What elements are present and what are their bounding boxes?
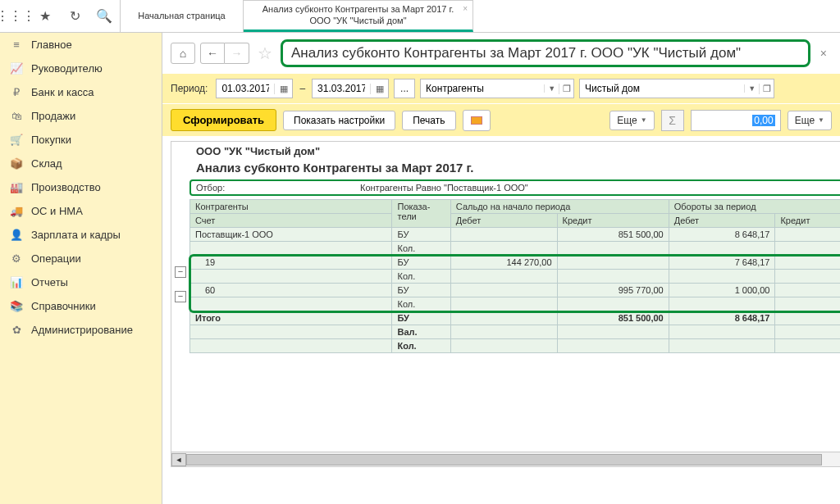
subkonto-combo[interactable]: ▼ ❐ <box>420 79 574 98</box>
table-row[interactable]: Кол. <box>190 270 841 284</box>
page-title: Анализ субконто Контрагенты за Март 2017… <box>281 39 810 67</box>
report-title: Анализ субконто Контрагенты за Март 2017… <box>171 161 840 179</box>
settings-button[interactable]: Показать настройки <box>283 111 395 130</box>
calendar-icon[interactable]: ▦ <box>274 84 292 94</box>
sidebar-item-label: Операции <box>31 252 81 265</box>
sum-field[interactable]: 0,00 <box>691 110 781 131</box>
open-icon[interactable]: ❐ <box>759 84 774 94</box>
close-icon[interactable]: × <box>815 47 832 60</box>
open-icon[interactable]: ❐ <box>559 84 573 94</box>
cell <box>190 242 392 256</box>
back-button[interactable]: ← <box>200 43 225 64</box>
report-area[interactable]: ООО "УК "Чистый дом" Анализ субконто Кон… <box>162 136 840 504</box>
filter-value: Контрагенты Равно "Поставщик-1 ООО" <box>360 183 528 193</box>
print-button[interactable]: Печать <box>402 111 455 130</box>
table-row[interactable]: 60 БУ 995 770,00 1 000,00 50 500,00 <box>190 284 841 297</box>
apps-icon[interactable]: ⋮⋮⋮ <box>8 9 23 24</box>
sidebar-item-warehouse[interactable]: 📦Склад <box>0 152 162 175</box>
form-button[interactable]: Сформировать <box>171 109 276 131</box>
cell: 53 288,17 <box>775 311 840 325</box>
sidebar-item-main[interactable]: ≡Главное <box>0 33 162 57</box>
sidebar-item-admin[interactable]: ✿Администрирование <box>0 318 162 342</box>
cell-ind: Кол. <box>392 270 450 284</box>
cell <box>450 339 557 353</box>
total-row[interactable]: Итого БУ 851 500,00 8 648,17 53 288,17 <box>190 311 841 325</box>
sidebar-item-sales[interactable]: 🛍Продажи <box>0 104 162 128</box>
collapse-button[interactable]: − <box>175 291 186 302</box>
cell: 2 788,17 <box>775 256 840 270</box>
cell: 851 500,00 <box>557 228 669 242</box>
col-contragent: Контрагенты <box>190 200 392 214</box>
sidebar-item-bank[interactable]: ₽Банк и касса <box>0 80 162 104</box>
home-button[interactable]: ⌂ <box>171 43 195 64</box>
scroll-left-icon[interactable]: ◄ <box>171 453 186 466</box>
favorite-icon[interactable]: ☆ <box>254 43 276 63</box>
cell <box>450 270 557 284</box>
cell: 851 500,00 <box>557 311 669 325</box>
star-icon[interactable]: ★ <box>38 9 52 24</box>
sidebar-item-production[interactable]: 🏭Производство <box>0 175 162 199</box>
sidebar-item-catalogs[interactable]: 📚Справочники <box>0 294 162 318</box>
total-row[interactable]: Вал. <box>190 325 841 339</box>
sidebar: ≡Главное 📈Руководителю ₽Банк и касса 🛍Пр… <box>0 33 162 504</box>
sidebar-item-label: Руководителю <box>31 62 103 75</box>
date-from-input[interactable]: ▦ <box>216 79 293 98</box>
col-credit: Кредит <box>775 214 840 228</box>
collapse-button[interactable]: − <box>175 266 186 278</box>
period-select-button[interactable]: ... <box>394 79 415 98</box>
scroll-track[interactable] <box>186 453 840 466</box>
cell <box>190 339 392 353</box>
cell: 8 648,17 <box>669 311 775 325</box>
sidebar-item-assets[interactable]: 🚚ОС и НМА <box>0 199 162 223</box>
chevron-down-icon[interactable]: ▼ <box>744 84 759 93</box>
cell <box>450 242 557 256</box>
calendar-icon[interactable]: ▦ <box>370 84 388 94</box>
cell <box>775 270 840 284</box>
table-row[interactable]: Кол. <box>190 242 841 256</box>
history-icon[interactable]: ↻ <box>67 9 82 24</box>
subkonto-field[interactable] <box>421 79 544 98</box>
forward-button[interactable]: → <box>225 43 249 64</box>
table-row[interactable]: Поставщик-1 ООО БУ 851 500,00 8 648,17 5… <box>190 228 841 242</box>
col-credit: Кредит <box>557 214 669 228</box>
sidebar-item-manager[interactable]: 📈Руководителю <box>0 57 162 80</box>
mail-button[interactable] <box>463 110 491 131</box>
menu-icon: ≡ <box>10 39 23 51</box>
cell-ind: Вал. <box>392 325 450 339</box>
col-debit: Дебет <box>450 214 557 228</box>
date-to-input[interactable]: ▦ <box>312 79 389 98</box>
books-icon: 📚 <box>10 300 23 312</box>
cell <box>775 242 840 256</box>
sidebar-item-purchases[interactable]: 🛒Покупки <box>0 128 162 152</box>
nav-row: ⌂ ← → ☆ Анализ субконто Контрагенты за М… <box>162 33 840 74</box>
more-button-1[interactable]: Еще▼ <box>609 111 654 130</box>
search-icon[interactable]: 🔍 <box>97 9 112 24</box>
close-icon[interactable]: × <box>463 4 468 13</box>
table-row[interactable]: Кол. <box>190 297 841 311</box>
scroll-thumb[interactable] <box>186 454 822 465</box>
sidebar-item-label: Администрирование <box>31 324 133 336</box>
more-button-2[interactable]: Еще▼ <box>788 111 832 130</box>
horizontal-scrollbar[interactable]: ◄ ► <box>171 452 840 466</box>
sidebar-item-label: Банк и касса <box>31 86 94 98</box>
tab-report[interactable]: Анализ субконто Контрагенты за Март 2017… <box>244 0 473 32</box>
total-row[interactable]: Кол. <box>190 339 841 353</box>
cell-name: 60 <box>190 284 392 297</box>
cell <box>450 284 557 297</box>
date-to-field[interactable] <box>313 79 370 98</box>
table-row[interactable]: 19 БУ 144 270,00 7 648,17 2 788,17 <box>190 256 841 270</box>
tab-home[interactable]: Начальная страница <box>121 0 244 32</box>
sidebar-item-salary[interactable]: 👤Зарплата и кадры <box>0 223 162 247</box>
org-combo[interactable]: ▼ ❐ <box>579 79 774 98</box>
sidebar-item-reports[interactable]: 📊Отчеты <box>0 270 162 294</box>
sidebar-item-label: Отчеты <box>31 276 68 288</box>
cart-icon: 🛒 <box>10 134 23 146</box>
sidebar-item-operations[interactable]: ⚙Операции <box>0 247 162 270</box>
sigma-button[interactable]: Σ <box>661 110 684 131</box>
cell <box>775 297 840 311</box>
chevron-down-icon[interactable]: ▼ <box>544 84 559 93</box>
cell-ind: БУ <box>392 256 450 270</box>
chevron-down-icon: ▼ <box>641 116 647 124</box>
org-field[interactable] <box>580 79 744 98</box>
date-from-field[interactable] <box>217 79 274 98</box>
